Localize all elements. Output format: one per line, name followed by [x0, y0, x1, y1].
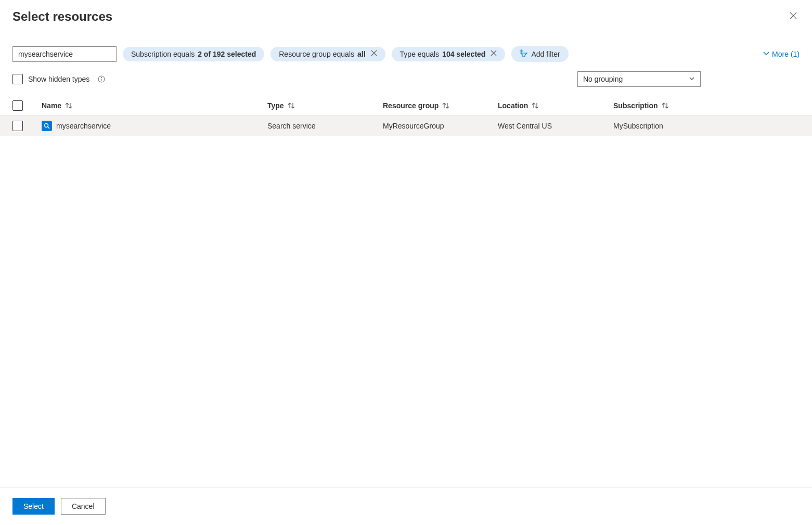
footer: Select Cancel	[0, 487, 812, 525]
column-header-location[interactable]: Location	[498, 101, 613, 110]
col-label: Location	[498, 101, 528, 110]
add-filter-button[interactable]: Add filter	[511, 46, 568, 62]
show-hidden-types-label[interactable]: Show hidden types	[28, 75, 89, 83]
pill-value: 104 selected	[442, 50, 485, 58]
pill-prefix: Type equals	[400, 50, 440, 58]
filter-bar: Subscription equals 2 of 192 selected Re…	[0, 24, 812, 62]
info-icon[interactable]	[98, 75, 105, 83]
filter-pill-resource-group[interactable]: Resource group equals all	[270, 47, 385, 61]
filter-pill-subscription[interactable]: Subscription equals 2 of 192 selected	[123, 47, 264, 61]
cell-location: West Central US	[498, 122, 613, 130]
close-icon	[491, 50, 497, 58]
pill-value: all	[357, 50, 366, 58]
grouping-select[interactable]: No grouping	[577, 71, 701, 87]
resources-table: Name Type Resource group	[0, 96, 812, 136]
grouping-value: No grouping	[583, 75, 623, 83]
resource-name: mysearchservice	[56, 122, 111, 130]
table-row[interactable]: mysearchservice Search service MyResourc…	[0, 116, 812, 136]
more-label: More (1)	[772, 50, 800, 58]
sort-icon	[287, 102, 295, 109]
panel-header: Select resources	[0, 0, 812, 24]
cell-type: Search service	[267, 122, 383, 130]
search-input[interactable]	[12, 46, 117, 62]
sort-icon	[661, 102, 669, 109]
select-all-checkbox[interactable]	[12, 100, 23, 111]
pill-prefix: Resource group equals	[279, 50, 354, 58]
more-filters-link[interactable]: More (1)	[763, 49, 800, 58]
svg-point-10	[101, 78, 102, 78]
col-label: Resource group	[383, 101, 439, 110]
show-hidden-types-wrap: Show hidden types	[12, 74, 105, 84]
chevron-down-icon	[689, 75, 695, 83]
table-header-row: Name Type Resource group	[0, 96, 812, 116]
row-checkbox[interactable]	[12, 121, 23, 131]
svg-point-11	[45, 124, 48, 127]
sort-icon	[442, 102, 450, 109]
sort-icon	[531, 102, 539, 109]
page-title: Select resources	[12, 9, 112, 24]
close-button[interactable]	[787, 9, 800, 24]
options-row: Show hidden types No grouping	[0, 62, 812, 87]
filter-pill-type[interactable]: Type equals 104 selected	[392, 47, 506, 61]
cell-resource-group: MyResourceGroup	[383, 122, 498, 130]
column-header-name[interactable]: Name	[42, 101, 267, 110]
select-button[interactable]: Select	[12, 498, 55, 515]
col-label: Subscription	[613, 101, 658, 110]
cell-name: mysearchservice	[42, 121, 267, 131]
col-label: Name	[42, 101, 61, 110]
pill-prefix: Subscription equals	[131, 50, 195, 58]
search-service-icon	[42, 121, 52, 131]
pill-value: 2 of 192 selected	[198, 50, 256, 58]
add-filter-label: Add filter	[531, 50, 560, 58]
pill-remove-button[interactable]	[491, 50, 497, 58]
chevron-down-icon	[763, 49, 770, 58]
column-header-type[interactable]: Type	[267, 101, 383, 110]
filter-icon	[520, 49, 528, 59]
svg-line-12	[48, 127, 49, 129]
column-header-resource-group[interactable]: Resource group	[383, 101, 498, 110]
cell-subscription: MySubscription	[613, 122, 812, 130]
sort-icon	[65, 102, 73, 109]
show-hidden-types-checkbox[interactable]	[12, 74, 23, 84]
close-icon	[371, 50, 377, 58]
col-label: Type	[267, 101, 284, 110]
cancel-button[interactable]: Cancel	[61, 498, 106, 515]
column-header-subscription[interactable]: Subscription	[613, 101, 812, 110]
pill-remove-button[interactable]	[371, 50, 377, 58]
close-icon	[789, 12, 797, 21]
